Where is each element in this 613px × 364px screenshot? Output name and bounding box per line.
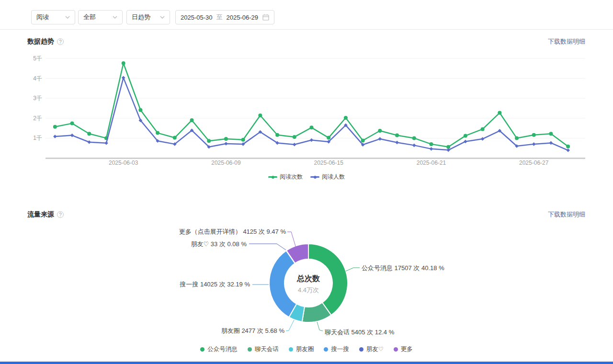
legend-label: 搜一搜 xyxy=(331,345,349,353)
donut-center-text: 总次数 4.4万次 xyxy=(261,274,356,295)
help-icon[interactable]: ? xyxy=(57,211,64,218)
legend-label: 聊天会话 xyxy=(255,345,279,353)
legend-dot-icon xyxy=(324,347,328,352)
donut-center-title: 总次数 xyxy=(261,274,356,284)
date-range-picker[interactable]: 2025-05-30 至 2025-06-29 xyxy=(175,10,274,24)
legend-label: 阅读次数 xyxy=(280,173,303,181)
svg-text:2025-06-21: 2025-06-21 xyxy=(417,159,446,166)
calendar-icon xyxy=(262,14,269,21)
trend-download-link[interactable]: 下载数据明细 xyxy=(548,37,585,46)
donut-center-value: 4.4万次 xyxy=(261,286,356,295)
trend-section-header: 数据趋势 ? 下载数据明细 xyxy=(27,37,585,46)
date-start: 2025-05-30 xyxy=(181,14,213,21)
filter-bar: 阅读 全部 日趋势 2025-05-30 至 2025-06-29 xyxy=(0,0,613,30)
chevron-down-icon xyxy=(160,16,165,19)
legend-label: 更多 xyxy=(401,345,413,353)
svg-text:2025-06-09: 2025-06-09 xyxy=(211,159,241,166)
line-legend-marker-icon xyxy=(310,175,319,179)
granularity-select[interactable]: 日趋势 xyxy=(126,10,170,24)
legend-item-more[interactable]: 更多 xyxy=(394,345,413,353)
chevron-down-icon xyxy=(113,16,117,19)
legend-item-read-count[interactable]: 阅读次数 xyxy=(268,173,303,181)
legend-dot-icon xyxy=(394,347,398,352)
pie-label-more[interactable]: 更多（点击展开详情） 4125 次 9.47 % xyxy=(179,228,286,236)
metric-select[interactable]: 阅读 xyxy=(31,10,75,24)
metric-select-value: 阅读 xyxy=(36,13,49,22)
trend-section-title: 数据趋势 xyxy=(27,37,54,46)
granularity-select-value: 日趋势 xyxy=(132,13,150,22)
legend-item-chat-session[interactable]: 聊天会话 xyxy=(248,345,279,353)
legend-dot-icon xyxy=(200,347,204,352)
legend-dot-icon xyxy=(248,347,252,352)
source-legend: 公众号消息 聊天会话 朋友圈 搜一搜 朋友♡ 更多 xyxy=(0,345,613,353)
legend-item-search[interactable]: 搜一搜 xyxy=(324,345,349,353)
pie-label-chat-session: 聊天会话 5405 次 12.4 % xyxy=(325,328,394,337)
svg-text:2025-06-27: 2025-06-27 xyxy=(519,159,549,166)
legend-label: 公众号消息 xyxy=(207,345,238,353)
date-separator: 至 xyxy=(216,13,223,22)
legend-item-moments[interactable]: 朋友圈 xyxy=(289,345,314,353)
legend-label: 阅读人数 xyxy=(322,173,345,181)
wechat-mp-analytics-page: 阅读 全部 日趋势 2025-05-30 至 2025-06-29 数据趋势 ?… xyxy=(0,0,613,364)
legend-item-read-users[interactable]: 阅读人数 xyxy=(310,173,345,181)
pie-label-official-message: 公众号消息 17507 次 40.18 % xyxy=(362,264,444,273)
svg-text:2025-06-15: 2025-06-15 xyxy=(314,159,344,166)
legend-item-official-message[interactable]: 公众号消息 xyxy=(200,345,238,353)
chevron-down-icon xyxy=(65,16,70,19)
date-end: 2025-06-29 xyxy=(227,14,259,21)
legend-label: 朋友圈 xyxy=(296,345,314,353)
bottom-accent-bar xyxy=(0,362,613,364)
pie-label-moments: 朋友圈 2477 次 5.68 % xyxy=(221,327,284,335)
trend-legend: 阅读次数 阅读人数 xyxy=(0,173,613,181)
legend-dot-icon xyxy=(359,347,363,352)
pie-label-friend-wow: 朋友♡ 33 次 0.08 % xyxy=(191,240,247,249)
svg-text:1千: 1千 xyxy=(33,135,42,141)
help-icon[interactable]: ? xyxy=(57,38,64,45)
scope-select[interactable]: 全部 xyxy=(78,10,123,24)
trend-line-chart[interactable]: 1千2千3千4千5千2025-06-032025-06-092025-06-15… xyxy=(0,46,613,172)
scope-select-value: 全部 xyxy=(83,13,96,22)
svg-text:5千: 5千 xyxy=(33,55,42,62)
svg-text:2千: 2千 xyxy=(33,115,42,122)
legend-item-friend-wow[interactable]: 朋友♡ xyxy=(359,345,384,353)
legend-label: 朋友♡ xyxy=(366,345,384,353)
source-download-link[interactable]: 下载数据明细 xyxy=(548,210,585,219)
line-legend-marker-icon xyxy=(268,175,277,179)
pie-label-search: 搜一搜 14025 次 32.19 % xyxy=(180,280,250,289)
source-section-title: 流量来源 xyxy=(27,210,54,219)
svg-text:3千: 3千 xyxy=(33,95,42,102)
svg-text:4千: 4千 xyxy=(33,75,42,82)
source-section-header: 流量来源 ? 下载数据明细 xyxy=(27,210,585,219)
svg-text:2025-06-03: 2025-06-03 xyxy=(109,159,138,166)
legend-dot-icon xyxy=(289,347,293,352)
